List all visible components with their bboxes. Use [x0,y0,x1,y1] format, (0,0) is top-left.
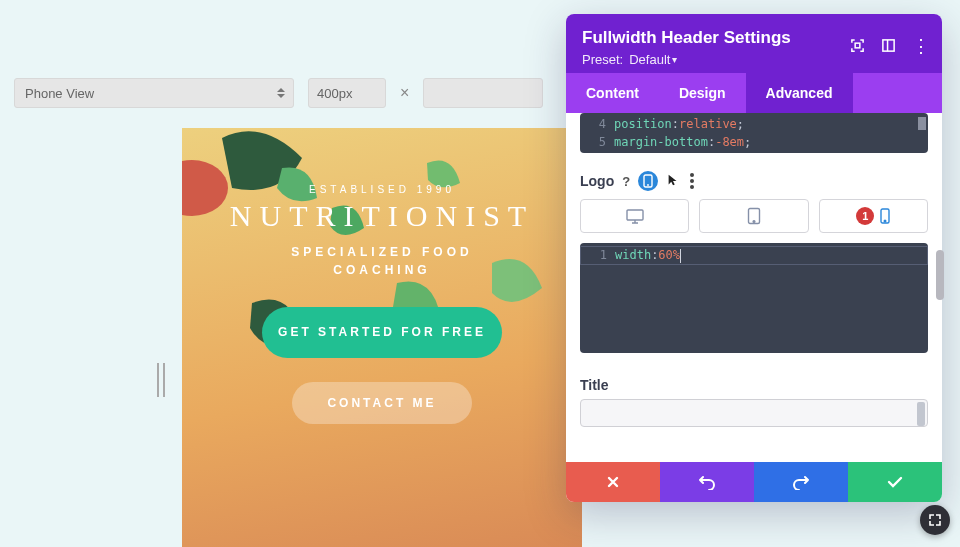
panel-scrollbar[interactable] [936,250,944,300]
phone-responsive-chip[interactable] [638,171,658,191]
device-phone-button[interactable]: 1 [819,199,928,233]
width-input[interactable]: 400px [308,78,386,108]
logo-section-label: Logo [580,173,614,189]
device-desktop-button[interactable] [580,199,689,233]
phone-preview: ESTABLISED 1990 NUTRITIONIST SPECIALIZED… [182,128,582,547]
width-value: 400px [317,86,352,101]
title-css-input[interactable] [580,399,928,427]
redo-button[interactable] [754,462,848,502]
settings-panel: Fullwidth Header Settings Preset: Defaul… [566,14,942,502]
badge-number: 1 [856,207,874,225]
panel-header-actions: ⋮ [850,38,930,53]
view-select-label: Phone View [25,86,94,101]
view-select[interactable]: Phone View [14,78,294,108]
hero-subhead: SPECIALIZED FOOD COACHING [291,243,472,279]
panel-body: 4 position:relative; 5 margin-bottom:-8e… [566,113,942,462]
css-code-block-logo[interactable]: 1 width:60% [580,243,928,353]
svg-point-5 [647,184,649,186]
tab-advanced[interactable]: Advanced [746,73,853,113]
css-code-block-main[interactable]: 4 position:relative; 5 margin-bottom:-8e… [580,113,928,153]
responsive-device-tabs: 1 [580,199,928,233]
preset-selector[interactable]: Preset: Default ▾ [582,52,926,67]
help-icon[interactable]: ? [622,174,630,189]
tab-design[interactable]: Design [659,73,746,113]
panel-footer [566,462,942,502]
svg-point-10 [885,220,887,222]
preview-resize-handle[interactable] [152,360,170,400]
floating-expand-button[interactable] [920,505,950,535]
hover-cursor-icon[interactable] [666,173,680,190]
panel-tabs: Content Design Advanced [566,73,942,113]
cta-secondary-button[interactable]: CONTACT ME [292,382,472,424]
logo-options-icon[interactable] [688,171,696,191]
undo-button[interactable] [660,462,754,502]
title-section-label: Title [566,361,942,399]
tab-content[interactable]: Content [566,73,659,113]
hero-eyebrow: ESTABLISED 1990 [309,184,455,195]
device-tablet-button[interactable] [699,199,808,233]
height-input[interactable] [423,78,543,108]
snap-icon[interactable] [881,38,896,53]
svg-rect-1 [855,43,860,48]
responsive-controls: Phone View 400px × [14,78,543,108]
svg-point-0 [182,160,228,216]
save-button[interactable] [848,462,942,502]
dimension-separator: × [400,84,409,102]
svg-rect-6 [627,210,643,220]
chevron-down-icon: ▾ [672,54,677,65]
text-cursor [680,249,681,263]
hero-title: NUTRITIONIST [230,199,534,233]
cta-primary-button[interactable]: GET STARTED FOR FREE [262,307,502,358]
discard-button[interactable] [566,462,660,502]
expand-icon[interactable] [850,38,865,53]
logo-section-head: Logo ? [566,161,942,199]
hero-module[interactable]: ESTABLISED 1990 NUTRITIONIST SPECIALIZED… [182,128,582,547]
code-scrollbar[interactable] [918,117,926,130]
svg-point-8 [753,221,755,223]
svg-rect-2 [883,40,894,51]
select-caret-icon [277,88,285,98]
panel-header[interactable]: Fullwidth Header Settings Preset: Defaul… [566,14,942,73]
